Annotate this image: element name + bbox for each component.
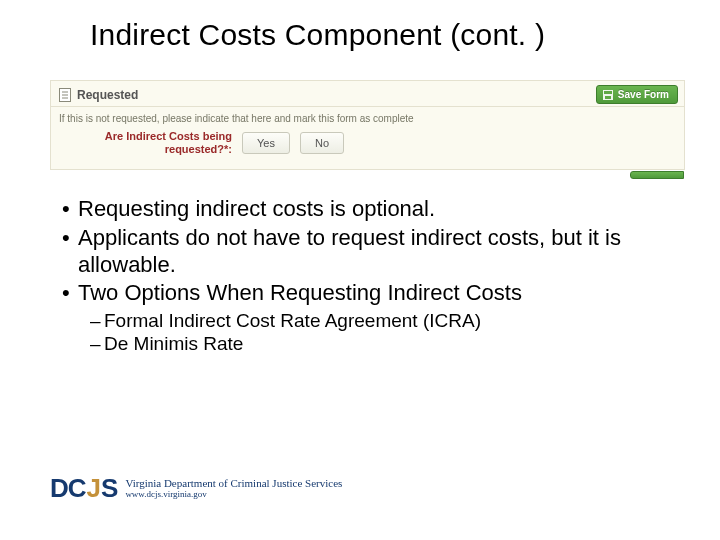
form-header-left: Requested xyxy=(59,88,138,102)
org-url: www.dcjs.virginia.gov xyxy=(125,490,342,499)
svg-rect-5 xyxy=(604,91,612,94)
form-panel: Requested Save Form If this is not reque… xyxy=(50,80,685,170)
question-row: Are Indirect Costs being requested?*: Ye… xyxy=(51,126,684,160)
sub-bullet-list: Formal Indirect Cost Rate Agreement (ICR… xyxy=(90,309,662,355)
logo-letter: D xyxy=(50,473,68,504)
yes-button[interactable]: Yes xyxy=(242,132,290,154)
form-section-title: Requested xyxy=(77,88,138,102)
question-label: Are Indirect Costs being requested?*: xyxy=(87,130,232,156)
logo-letter: S xyxy=(101,473,117,504)
slide-title: Indirect Costs Component (cont. ) xyxy=(90,18,545,52)
sub-bullet-item: Formal Indirect Cost Rate Agreement (ICR… xyxy=(90,309,662,332)
partial-button-fragment xyxy=(630,171,684,179)
form-note: If this is not requested, please indicat… xyxy=(51,107,684,126)
logo-letter-accent: J xyxy=(87,473,100,504)
bullet-item: Two Options When Requesting Indirect Cos… xyxy=(62,280,662,307)
logo-letter: C xyxy=(68,473,86,504)
bullet-item: Requesting indirect costs is optional. xyxy=(62,196,662,223)
logo-text: Virginia Department of Criminal Justice … xyxy=(125,478,342,499)
svg-rect-6 xyxy=(605,96,611,99)
document-icon xyxy=(59,88,71,102)
save-icon xyxy=(603,90,613,100)
bullet-item: Applicants do not have to request indire… xyxy=(62,225,662,279)
save-form-button[interactable]: Save Form xyxy=(596,85,678,104)
no-button[interactable]: No xyxy=(300,132,344,154)
bullet-content: Requesting indirect costs is optional. A… xyxy=(62,196,662,356)
org-name: Virginia Department of Criminal Justice … xyxy=(125,478,342,490)
logo-acronym: D C J S xyxy=(50,473,117,504)
footer-logo: D C J S Virginia Department of Criminal … xyxy=(50,473,342,504)
form-header: Requested Save Form xyxy=(51,81,684,107)
save-form-label: Save Form xyxy=(618,89,669,100)
sub-bullet-item: De Minimis Rate xyxy=(90,332,662,355)
